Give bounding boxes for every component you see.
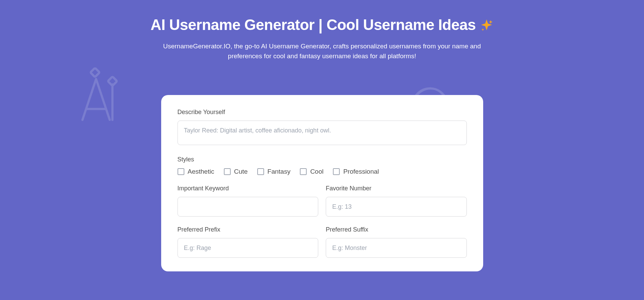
- style-checkbox-professional[interactable]: Professional: [333, 168, 379, 175]
- style-checkbox-fantasy[interactable]: Fantasy: [257, 168, 291, 175]
- describe-input[interactable]: [178, 121, 467, 145]
- checkbox-icon: [300, 168, 307, 175]
- style-checkbox-cool[interactable]: Cool: [300, 168, 323, 175]
- generator-form-card: Describe Yourself Styles Aesthetic Cute: [161, 95, 483, 271]
- styles-checkbox-row: Aesthetic Cute Fantasy Cool: [178, 168, 467, 175]
- prefix-input[interactable]: [178, 238, 319, 258]
- suffix-label: Preferred Suffix: [326, 226, 467, 233]
- checkbox-icon: [224, 168, 231, 175]
- prefix-label: Preferred Prefix: [178, 226, 319, 233]
- ai-decorative-icon: [74, 67, 129, 129]
- checkbox-icon: [178, 168, 184, 175]
- page-subtitle: UsernameGenerator.IO, the go-to AI Usern…: [158, 42, 486, 61]
- checkbox-label: Professional: [343, 168, 379, 175]
- favnum-label: Favorite Number: [326, 185, 467, 192]
- checkbox-icon: [257, 168, 264, 175]
- hero-section: AI Username Generator | Cool Username Id…: [3, 3, 641, 300]
- checkbox-label: Aesthetic: [188, 168, 214, 175]
- svg-rect-1: [108, 77, 117, 86]
- describe-label: Describe Yourself: [178, 109, 467, 116]
- suffix-input[interactable]: [326, 238, 467, 258]
- style-checkbox-cute[interactable]: Cute: [224, 168, 248, 175]
- page-title: AI Username Generator | Cool Username Id…: [3, 16, 641, 33]
- sparkle-icon: [480, 18, 493, 32]
- page-title-text: AI Username Generator | Cool Username Id…: [151, 16, 476, 33]
- checkbox-label: Fantasy: [267, 168, 291, 175]
- checkbox-icon: [333, 168, 340, 175]
- favnum-input[interactable]: [326, 197, 467, 217]
- checkbox-label: Cool: [310, 168, 323, 175]
- style-checkbox-aesthetic[interactable]: Aesthetic: [178, 168, 214, 175]
- checkbox-label: Cute: [234, 168, 248, 175]
- keyword-label: Important Keyword: [178, 185, 319, 192]
- keyword-input[interactable]: [178, 197, 319, 217]
- styles-label: Styles: [178, 156, 467, 163]
- svg-rect-0: [90, 68, 99, 77]
